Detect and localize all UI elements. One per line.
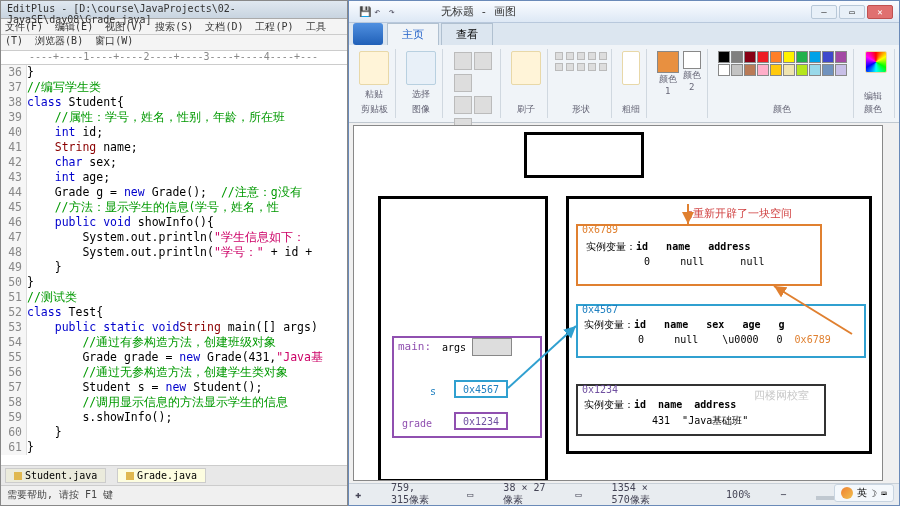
select-button[interactable] (406, 51, 436, 85)
quick-access-toolbar[interactable]: 💾 ↶ ↷ (359, 6, 401, 18)
tab-home[interactable]: 主页 (387, 23, 439, 45)
mspaint-titlebar[interactable]: 💾 ↶ ↷ 无标题 - 画图 — ▭ ✕ (349, 1, 899, 23)
watermark: 四楼网校室 (754, 388, 809, 403)
tab-grade-label: Grade.java (137, 470, 197, 481)
menu-file[interactable]: 文件(F) (5, 21, 43, 32)
color-swatch[interactable] (770, 51, 782, 63)
menu-document[interactable]: 文档(D) (205, 21, 243, 32)
color-swatch[interactable] (757, 64, 769, 76)
color-swatch[interactable] (744, 51, 756, 63)
picker-icon[interactable] (474, 96, 492, 114)
pencil-icon[interactable] (454, 52, 472, 70)
stack-s-cell: 0x4567 (454, 380, 508, 398)
color1-well[interactable] (657, 51, 679, 73)
status-sel-icon: ▭ (467, 489, 473, 500)
status-cursor-icon: ✚ (355, 489, 361, 500)
shape-icon[interactable] (599, 63, 607, 71)
field-id: id (636, 241, 648, 252)
color-swatch[interactable] (783, 51, 795, 63)
eraser-icon[interactable] (454, 96, 472, 114)
shape-icon[interactable] (555, 63, 563, 71)
stack-args: args (442, 342, 466, 353)
group-palette: 颜色 (712, 49, 854, 118)
color-swatch[interactable] (770, 64, 782, 76)
select-label: 选择 (412, 88, 430, 101)
shape-icon[interactable] (599, 52, 607, 60)
canvas-area[interactable]: g重新开辟了一块空间 0x6789 实例变量：id name address 0… (353, 125, 883, 481)
code-editor[interactable]: 36}37//编写学生类38class Student{39 //属性：学号，姓… (1, 65, 347, 465)
stack-grade: grade (402, 418, 432, 429)
menu-project[interactable]: 工程(P) (255, 21, 293, 32)
shape-icon[interactable] (588, 63, 596, 71)
editplus-menubar[interactable]: 文件(F) 编辑(E) 视图(V) 搜索(S) 文档(D) 工程(P) 工具(T… (1, 19, 347, 35)
color-swatch[interactable] (718, 51, 730, 63)
ime-lang: 英 (857, 486, 867, 500)
menu-window[interactable]: 窗口(W) (95, 35, 133, 46)
color-swatch[interactable] (744, 64, 756, 76)
color-swatch[interactable] (731, 64, 743, 76)
color-swatch[interactable] (835, 51, 847, 63)
color-swatch[interactable] (809, 51, 821, 63)
color2-well[interactable] (683, 51, 701, 69)
file-menu-button[interactable] (353, 23, 383, 45)
menu-view[interactable]: 视图(V) (105, 21, 143, 32)
paste-button[interactable] (359, 51, 389, 85)
ime-kb-icon[interactable]: ⌨ (881, 488, 887, 499)
color-swatch[interactable] (835, 64, 847, 76)
minimize-button[interactable]: — (811, 5, 837, 19)
ime-moon-icon[interactable]: ☽ (871, 488, 877, 499)
ime-icon (841, 487, 853, 499)
maximize-button[interactable]: ▭ (839, 5, 865, 19)
color-swatch[interactable] (822, 51, 834, 63)
color-swatch[interactable] (796, 64, 808, 76)
v: 431 (652, 415, 670, 426)
text-icon[interactable] (454, 74, 472, 92)
size-button[interactable] (622, 51, 640, 85)
color-swatch[interactable] (809, 64, 821, 76)
color-swatch[interactable] (822, 64, 834, 76)
shape-icon[interactable] (577, 63, 585, 71)
menu-browser[interactable]: 浏览器(B) (35, 35, 83, 46)
menu-search[interactable]: 搜索(S) (155, 21, 193, 32)
ime-bar[interactable]: 英 ☽ ⌨ (834, 484, 894, 502)
shape-icon[interactable] (555, 52, 563, 60)
tab-view[interactable]: 查看 (441, 23, 493, 45)
f: name (664, 319, 688, 330)
zoom-out-button[interactable]: − (780, 489, 786, 500)
paste-label: 粘贴 (365, 88, 383, 101)
shape-icon[interactable] (588, 52, 596, 60)
label: 实例变量： (586, 241, 636, 252)
group-image: 选择 图像 (400, 49, 443, 118)
diagram-empty-box (524, 132, 644, 178)
doc-icon (14, 472, 22, 480)
color-swatch[interactable] (718, 64, 730, 76)
fill-icon[interactable] (474, 52, 492, 70)
shape-icon[interactable] (566, 63, 574, 71)
diagram-note: g重新开辟了一块空间 (686, 206, 792, 221)
menu-edit[interactable]: 编辑(E) (55, 21, 93, 32)
color-swatch[interactable] (796, 51, 808, 63)
tab-student[interactable]: Student.java (5, 468, 106, 483)
redo-icon[interactable]: ↷ (389, 6, 401, 18)
field-address: address (708, 241, 750, 252)
save-icon[interactable]: 💾 (359, 6, 371, 18)
editplus-titlebar[interactable]: EditPlus - [D:\course\JavaProjects\02-Ja… (1, 1, 347, 19)
color-swatch[interactable] (783, 64, 795, 76)
ribbon-tabs: 主页 查看 (349, 23, 899, 45)
v: "Java基础班" (682, 415, 748, 426)
f: g (779, 319, 785, 330)
edit-colors-button[interactable] (865, 51, 887, 73)
close-button[interactable]: ✕ (867, 5, 893, 19)
addr-4567: 0x4567 (582, 304, 618, 315)
color-swatch[interactable] (731, 51, 743, 63)
undo-icon[interactable]: ↶ (374, 6, 386, 18)
val-name: null (680, 256, 704, 267)
tab-grade[interactable]: Grade.java (117, 468, 206, 483)
brush-label: 刷子 (517, 103, 535, 116)
addr-1234: 0x1234 (582, 384, 618, 395)
shape-icon[interactable] (577, 52, 585, 60)
shape-icon[interactable] (566, 52, 574, 60)
brush-button[interactable] (511, 51, 541, 85)
status-zoom: 100% (726, 489, 750, 500)
color-swatch[interactable] (757, 51, 769, 63)
